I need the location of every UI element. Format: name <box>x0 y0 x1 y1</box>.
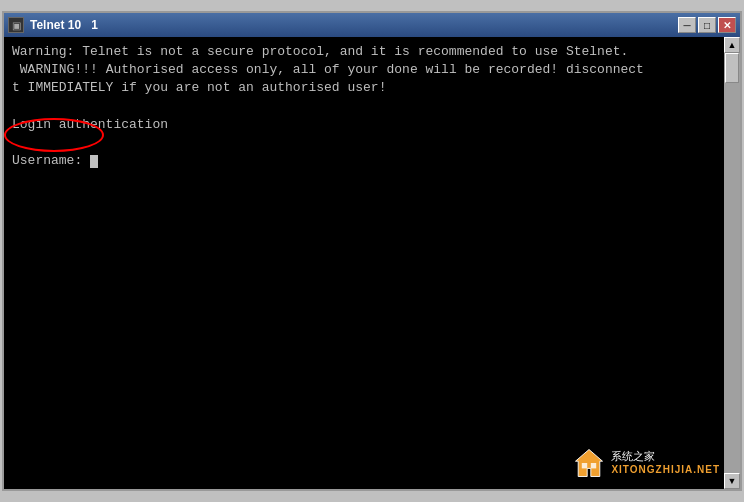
tab-number: 1 <box>91 18 98 32</box>
minimize-button[interactable]: ─ <box>678 17 696 33</box>
content-area: Warning: Telnet is not a secure protocol… <box>4 37 740 489</box>
maximize-button[interactable]: □ <box>698 17 716 33</box>
watermark-text: 系统之家 XITONGZHIJIA.NET <box>611 450 720 475</box>
terminal-window: ▣ Telnet 10 1 ─ □ ✕ Warning: Telnet is n… <box>2 11 742 491</box>
title-bar: ▣ Telnet 10 1 ─ □ ✕ <box>4 13 740 37</box>
svg-rect-1 <box>582 463 587 468</box>
scrollbar[interactable]: ▲ ▼ <box>724 37 740 489</box>
watermark-site: 系统之家 <box>611 450 720 463</box>
window-controls: ─ □ ✕ <box>678 17 736 33</box>
watermark-icon <box>571 445 607 481</box>
scroll-thumb[interactable] <box>725 53 739 83</box>
terminal-cursor <box>90 155 98 168</box>
terminal-line1: Warning: Telnet is not a secure protocol… <box>12 44 628 59</box>
svg-marker-0 <box>576 450 603 477</box>
watermark-url: XITONGZHIJIA.NET <box>611 464 720 476</box>
terminal-line5: Login authentication <box>12 117 168 132</box>
terminal-line2: WARNING!!! Authorised access only, all o… <box>12 62 644 77</box>
close-button[interactable]: ✕ <box>718 17 736 33</box>
scroll-track[interactable] <box>724 53 740 473</box>
svg-rect-2 <box>591 463 596 468</box>
title-text: Telnet 10 <box>30 18 81 32</box>
window-icon: ▣ <box>8 17 24 33</box>
terminal-output[interactable]: Warning: Telnet is not a secure protocol… <box>4 37 724 489</box>
window-title: Telnet 10 1 <box>30 18 98 32</box>
terminal-prompt: Username: <box>12 153 90 168</box>
scroll-up-button[interactable]: ▲ <box>724 37 740 53</box>
terminal-line3: t IMMEDIATELY if you are not an authoris… <box>12 80 386 95</box>
scroll-down-button[interactable]: ▼ <box>724 473 740 489</box>
title-bar-left: ▣ Telnet 10 1 <box>8 17 98 33</box>
watermark: 系统之家 XITONGZHIJIA.NET <box>571 445 720 481</box>
